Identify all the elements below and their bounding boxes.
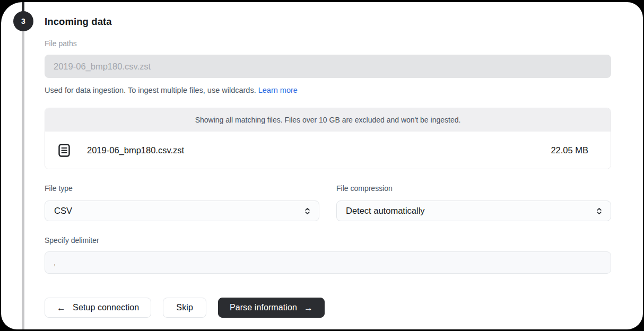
chevron-up-down-icon: [595, 207, 603, 215]
file-compression-value: Detect automatically: [346, 206, 425, 216]
file-type-label: File type: [45, 184, 319, 193]
wizard-panel: 3 Incoming data File paths Used for data…: [1, 2, 643, 329]
file-name: 2019-06_bmp180.csv.zst: [87, 145, 184, 155]
file-row: 2019-06_bmp180.csv.zst 22.05 MB: [45, 132, 611, 169]
matching-files-banner: Showing all matching files. Files over 1…: [45, 108, 611, 132]
skip-button[interactable]: Skip: [163, 298, 206, 318]
delimiter-label: Specify delimiter: [45, 236, 611, 245]
page-title: Incoming data: [45, 16, 611, 28]
arrow-left-icon: ←: [57, 303, 66, 312]
setup-connection-label: Setup connection: [73, 303, 139, 312]
file-size: 22.05 MB: [551, 145, 588, 155]
helper-text: Used for data ingestion. To ingest multi…: [45, 86, 256, 94]
format-options: File type CSV File compression Detect au…: [45, 184, 611, 221]
skip-label: Skip: [176, 303, 193, 312]
learn-more-link[interactable]: Learn more: [258, 86, 298, 94]
file-compression-field: File compression Detect automatically: [336, 184, 611, 221]
stepper-line-bottom: [22, 30, 24, 329]
step-number: 3: [21, 17, 25, 25]
wizard-actions: ← Setup connection Skip Parse informatio…: [45, 298, 611, 318]
step-content: Incoming data File paths Used for data i…: [45, 2, 611, 318]
file-compression-select[interactable]: Detect automatically: [336, 201, 611, 221]
file-paths-helper: Used for data ingestion. To ingest multi…: [45, 85, 611, 95]
parse-information-button[interactable]: Parse information →: [218, 298, 325, 318]
matching-files-card: Showing all matching files. Files over 1…: [45, 108, 611, 169]
file-type-field: File type CSV: [45, 184, 319, 221]
delimiter-input[interactable]: [45, 251, 611, 274]
file-text-icon: [58, 144, 70, 157]
file-type-select[interactable]: CSV: [45, 201, 319, 221]
file-type-value: CSV: [54, 206, 72, 216]
setup-connection-button[interactable]: ← Setup connection: [45, 298, 151, 318]
chevron-up-down-icon: [303, 207, 311, 215]
step-number-badge: 3: [13, 11, 33, 31]
file-paths-label: File paths: [45, 39, 611, 48]
parse-information-label: Parse information: [230, 303, 297, 312]
file-paths-input: [45, 55, 611, 78]
file-compression-label: File compression: [336, 184, 611, 193]
arrow-right-icon: →: [304, 303, 313, 312]
